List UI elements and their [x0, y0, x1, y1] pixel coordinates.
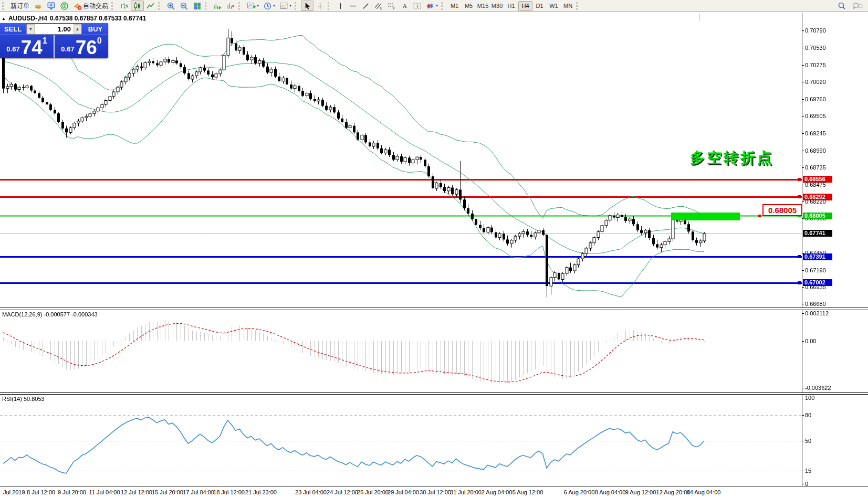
panel-separator[interactable]: [0, 308, 868, 310]
price-level-label[interactable]: 0.68005: [762, 204, 802, 216]
timeframe-h4-button[interactable]: H4: [518, 1, 532, 11]
autotrading-button[interactable]: 自动交易: [71, 1, 110, 11]
rsi-axis-label: 15: [805, 468, 811, 474]
time-axis-label: 25 Jul 20:00: [357, 489, 389, 495]
chat-icon[interactable]: [852, 2, 863, 10]
timeframe-m30-button[interactable]: M30: [490, 1, 504, 11]
timeframe-d1-button[interactable]: D1: [532, 1, 547, 11]
indicators-icon: [247, 2, 256, 10]
toolbar-drag-handle[interactable]: [111, 2, 116, 10]
price-axis-label: 0.69505: [805, 113, 826, 119]
candlestick-chart-type-button[interactable]: [131, 1, 144, 11]
sell-price-button[interactable]: 0.67 74 1: [0, 35, 55, 58]
charts-profile-icon[interactable]: [32, 1, 45, 11]
buy-price-button[interactable]: 0.67 76 0: [55, 35, 108, 58]
data-window-icon[interactable]: [58, 1, 71, 11]
crosshair-button[interactable]: [313, 1, 327, 11]
panel-separator[interactable]: [0, 392, 868, 395]
zoom-in-button[interactable]: [164, 1, 177, 11]
one-click-trading-panel: SELL ▼ ▲ BUY 0.67 74 1 0.67 76 0: [0, 23, 108, 58]
arrows-tool-button[interactable]: ▾: [424, 1, 440, 11]
buy-price-pips: 76: [76, 39, 97, 57]
text-tool-button[interactable]: A: [398, 1, 411, 11]
bar-chart-icon: [120, 2, 129, 10]
buy-button[interactable]: BUY: [82, 23, 108, 35]
toolbar-drag-handle[interactable]: [158, 2, 162, 10]
timeframe-m5-button[interactable]: M5: [462, 1, 476, 11]
price-badge: 0.68292: [803, 194, 832, 200]
line-handle-square: [798, 281, 801, 284]
line-chart-icon: [146, 2, 155, 10]
chevron-down-icon: ▾: [257, 4, 259, 8]
indicators-button[interactable]: ▾: [245, 1, 261, 11]
candlestick-icon: [133, 2, 142, 10]
market-watch-icon[interactable]: [45, 1, 58, 11]
time-axis-label: 9 Jul 20:00: [58, 489, 86, 495]
macd-axis-label: -0.003622: [805, 385, 831, 391]
timeframe-h1-button[interactable]: H1: [504, 1, 518, 11]
macd-axis-label: 0.002112: [805, 310, 829, 316]
new-order-button[interactable]: 新订单: [8, 1, 32, 11]
timeframe-w1-button[interactable]: W1: [547, 1, 561, 11]
toolbar-drag-handle[interactable]: [205, 2, 209, 10]
price-level-label-pin: [758, 215, 761, 217]
highlight-rectangle[interactable]: [671, 213, 740, 220]
svg-text:T: T: [416, 3, 419, 9]
time-axis-label: 17 Jul 04:00: [183, 489, 214, 495]
collapse-arrow-icon[interactable]: ▲: [2, 16, 6, 21]
label-tool-button[interactable]: T: [411, 1, 424, 11]
price-badge: 0.67741: [803, 230, 832, 237]
toolbar-drag-handle[interactable]: [328, 2, 332, 10]
line-chart-type-button[interactable]: [144, 1, 157, 11]
auto-scroll-button[interactable]: [211, 1, 224, 11]
symbol-info-line: ▲ AUDUSD-,H4 0.67538 0.67857 0.67533 0.6…: [2, 15, 146, 22]
toolbar-drag-handle[interactable]: [2, 2, 6, 10]
price-axis-label: 0.69245: [805, 130, 826, 136]
svg-text:A: A: [402, 3, 407, 9]
timeframe-m1-button[interactable]: M1: [447, 1, 462, 11]
chart-annotation-text[interactable]: 多空转折点: [690, 148, 774, 168]
volume-input[interactable]: [35, 25, 74, 34]
time-axis-label: 31 Jul 20:00: [450, 489, 482, 495]
vertical-line-button[interactable]: [334, 1, 347, 11]
volume-increase-button[interactable]: ▲: [74, 24, 81, 34]
text-icon: A: [401, 2, 409, 10]
toolbar-drag-handle[interactable]: [238, 2, 243, 10]
toolbar: 新订单 自动交易: [0, 0, 868, 12]
price-badge: 0.67002: [803, 279, 832, 286]
timeframe-m15-button[interactable]: M15: [476, 1, 490, 11]
symbol-ohlc: 0.67538 0.67857 0.67533 0.67741: [50, 15, 147, 22]
time-axis-label: Jul 2019: [3, 489, 25, 495]
line-handle-square: [798, 255, 801, 258]
trendline-button[interactable]: [359, 1, 372, 11]
horizontal-line-button[interactable]: [347, 1, 359, 11]
fibonacci-button[interactable]: F: [385, 1, 398, 11]
cursor-button[interactable]: [301, 1, 313, 11]
rsi-indicator-label: RSI(14) 50.8053: [2, 396, 45, 402]
toolbar-drag-handle[interactable]: [441, 2, 445, 10]
sell-button[interactable]: SELL: [0, 23, 26, 35]
toolbar-drag-handle[interactable]: [576, 2, 580, 10]
mt4-window: 新订单 自动交易: [0, 0, 868, 498]
templates-button[interactable]: ▾: [277, 1, 294, 11]
toolbar-drag-handle[interactable]: [295, 2, 299, 10]
new-order-label: 新订单: [11, 2, 29, 10]
rsi-axis-label: 100: [805, 395, 814, 401]
equidistant-channel-button[interactable]: E: [372, 1, 385, 11]
tile-windows-button[interactable]: [191, 1, 204, 11]
periods-button[interactable]: ▾: [261, 1, 277, 11]
cursor-icon: [304, 2, 311, 10]
timeframe-mn-button[interactable]: MN: [561, 1, 575, 11]
svg-text:F: F: [393, 6, 395, 9]
svg-text:E: E: [380, 6, 382, 9]
volume-decrease-button[interactable]: ▼: [27, 24, 35, 34]
zoom-out-button[interactable]: [177, 1, 191, 11]
line-handle-square: [798, 178, 801, 181]
templates-icon: [279, 2, 288, 10]
main-chart-canvas[interactable]: [0, 0, 868, 498]
chart-shift-button[interactable]: [224, 1, 237, 11]
bar-chart-type-button[interactable]: [118, 1, 131, 11]
search-icon[interactable]: [838, 2, 846, 10]
tile-windows-icon: [193, 2, 202, 10]
chart-shift-marker[interactable]: [699, 13, 699, 21]
